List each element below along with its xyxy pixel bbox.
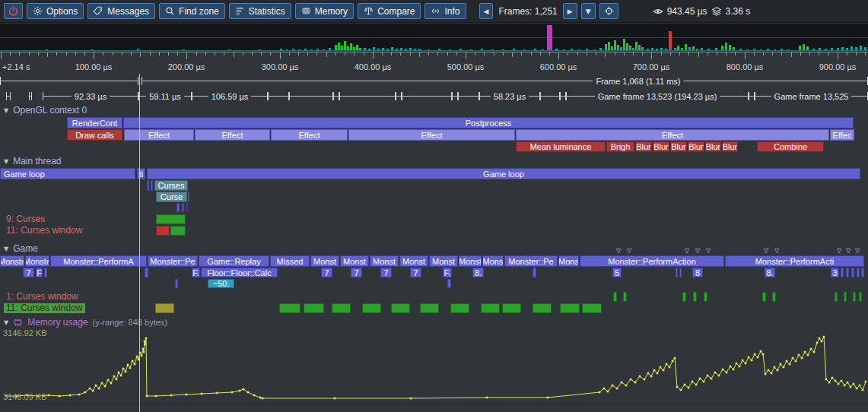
frame-time-bar[interactable]	[660, 48, 663, 51]
frame-time-bar[interactable]	[534, 49, 536, 51]
zone-bar[interactable]: 8.	[765, 268, 775, 277]
frame-time-bar[interactable]	[629, 46, 631, 51]
frame-time-bar[interactable]	[767, 49, 769, 51]
frame-time-bar[interactable]	[335, 45, 337, 51]
zone-bar[interactable]: Monste	[0, 255, 24, 267]
frame-time-bar[interactable]	[774, 49, 776, 51]
frame-time-bar[interactable]	[638, 45, 641, 51]
zone-bar[interactable]: Monster::PerformActi	[725, 255, 864, 267]
frame-time-bar[interactable]	[470, 49, 472, 51]
zone-bar[interactable]: 7	[351, 268, 362, 277]
collapsed-zones-marker[interactable]: ▽	[846, 248, 851, 254]
frame-time-bar[interactable]	[674, 48, 676, 51]
zone-bar[interactable]	[762, 292, 766, 302]
frame-time-bar[interactable]	[681, 48, 683, 51]
zone-bar[interactable]	[835, 292, 838, 302]
zone-bar[interactable]	[304, 303, 324, 313]
zone-bar[interactable]: F.	[443, 268, 452, 277]
thread-label[interactable]: 11: Curses window	[6, 226, 83, 236]
frame-time-bar[interactable]	[608, 42, 610, 51]
collapsed-zones-marker[interactable]: ▽	[855, 248, 860, 254]
frame-time-bar[interactable]	[377, 49, 380, 51]
zone-bar[interactable]: Mons	[482, 255, 504, 267]
zone-bar[interactable]	[155, 303, 174, 313]
frame-time-bar[interactable]	[819, 48, 821, 51]
frame-time-bar[interactable]	[669, 31, 672, 51]
zone-bar[interactable]: 7	[380, 268, 392, 277]
zone-bar[interactable]	[332, 303, 351, 313]
memory-section-header[interactable]: ▼ Memory usage (y-range: 848 bytes)	[4, 317, 167, 328]
frame-time-bar[interactable]	[688, 47, 691, 51]
zone-bar[interactable]	[772, 292, 776, 302]
frame-separator[interactable]	[458, 92, 479, 100]
zone-bar[interactable]: Monst	[310, 255, 339, 267]
frame-time-bar[interactable]	[409, 48, 412, 51]
frame-time-bar[interactable]	[280, 49, 282, 51]
zone-bar[interactable]: Combine	[757, 141, 824, 152]
zone-bar[interactable]	[182, 203, 184, 212]
frame-time-bar[interactable]	[665, 49, 667, 51]
zone-bar[interactable]: Blur	[670, 141, 687, 152]
frame-time-bar[interactable]	[841, 47, 844, 51]
frame-time-bar[interactable]	[400, 48, 402, 51]
frame-time-bar[interactable]	[137, 49, 139, 51]
frame-time-bar[interactable]	[614, 40, 616, 51]
zone-bar[interactable]	[188, 192, 189, 202]
frame-time-bar[interactable]	[228, 49, 231, 51]
zone-bar[interactable]: Effect	[516, 129, 829, 141]
frame-time-bar[interactable]	[696, 49, 698, 51]
zone-bar[interactable]	[170, 226, 186, 236]
frame-time-bar[interactable]	[578, 49, 580, 51]
frame-time-bar[interactable]	[692, 46, 695, 51]
frame-separator[interactable]	[6, 92, 11, 100]
frame-time-bar[interactable]	[449, 49, 451, 51]
zone-bar[interactable]: Effec	[830, 129, 854, 141]
frame-time-bar[interactable]	[617, 45, 619, 51]
zone-bar[interactable]	[846, 268, 849, 277]
frame-time-bar[interactable]	[563, 49, 565, 51]
zone-bar[interactable]: Effect	[124, 129, 194, 141]
collapsed-zones-marker[interactable]: ▽	[774, 248, 779, 254]
zone-bar[interactable]	[145, 268, 148, 277]
zone-bar[interactable]	[851, 268, 854, 277]
zone-bar[interactable]: Floor::Floor::Calc	[201, 268, 278, 277]
zone-bar[interactable]: Monste	[25, 255, 49, 267]
zone-bar[interactable]	[679, 268, 682, 277]
zone-bar[interactable]	[186, 203, 188, 212]
frame-time-bar[interactable]	[721, 46, 723, 51]
frame-separator[interactable]	[339, 92, 396, 100]
frame-time-bar[interactable]	[347, 46, 349, 51]
zone-bar[interactable]	[502, 303, 521, 313]
frame-time-bar[interactable]	[746, 49, 749, 51]
zone-bar[interactable]	[279, 303, 300, 313]
collapsed-zones-marker[interactable]: ▽	[706, 248, 711, 254]
frame-time-bar[interactable]	[338, 43, 340, 51]
frame-time-bar[interactable]	[837, 48, 839, 51]
zone-bar[interactable]: Monster::Pe	[504, 255, 558, 267]
frame-time-bar[interactable]	[373, 47, 375, 51]
goto-frame-button[interactable]	[599, 3, 618, 19]
frame-time-bar[interactable]	[803, 44, 805, 51]
frame-time-bar[interactable]	[725, 43, 727, 51]
zone-bar[interactable]	[693, 292, 697, 302]
zone-bar[interactable]: Missed	[270, 255, 310, 267]
zone-bar[interactable]	[420, 303, 439, 313]
memory-button[interactable]: Memory	[295, 3, 354, 19]
frame-time-bar[interactable]	[860, 46, 862, 51]
zone-bar[interactable]	[391, 303, 410, 313]
prev-frame-button[interactable]: ◀	[479, 3, 494, 19]
frame-time-bar[interactable]	[438, 49, 440, 51]
frame-separator[interactable]	[540, 92, 560, 100]
zone-bar[interactable]	[175, 279, 178, 288]
frame-time-bar[interactable]	[586, 49, 588, 51]
frame-time-histogram[interactable]	[0, 24, 868, 51]
zone-bar[interactable]: Postprocess	[123, 117, 854, 128]
frame-time-bar[interactable]	[298, 49, 300, 51]
find-zone-button[interactable]: Find zone	[159, 3, 225, 19]
frame-separator[interactable]	[396, 92, 402, 100]
collapsed-zones-marker[interactable]: ▽	[695, 248, 700, 254]
frame-separator[interactable]	[749, 92, 755, 100]
zone-bar[interactable]: Monster::PerformA	[50, 255, 147, 267]
frame-separator[interactable]: 106.59 µs	[192, 92, 268, 100]
frame-time-bar[interactable]	[825, 49, 827, 51]
